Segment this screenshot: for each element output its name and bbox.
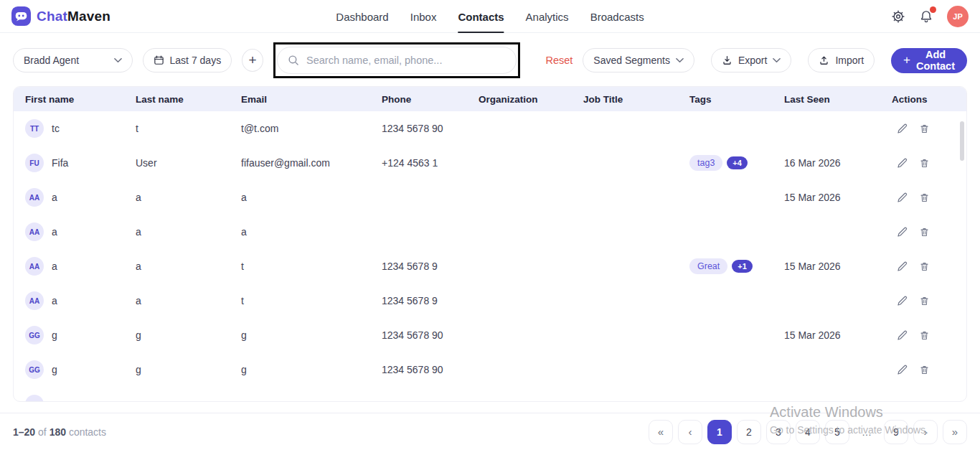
delete-trash-icon[interactable] — [919, 364, 930, 376]
agent-filter-value: Bradd Agent — [24, 55, 79, 66]
export-dropdown[interactable]: Export — [711, 48, 791, 72]
pagination-page-3[interactable]: 3 — [766, 420, 791, 444]
search-focus-frame — [273, 42, 520, 78]
column-header-phone: Phone — [382, 94, 479, 105]
user-avatar[interactable]: JP — [947, 6, 969, 27]
edit-pencil-icon[interactable] — [896, 329, 908, 342]
tag-more-badge[interactable]: +4 — [727, 156, 748, 169]
cell-last-name: User — [136, 157, 241, 169]
search-input[interactable] — [306, 55, 506, 66]
avatar — [25, 395, 44, 402]
cell-email: a — [241, 192, 382, 203]
table-row[interactable]: AAa a a — [14, 215, 966, 249]
column-header-last-name: Last name — [136, 94, 241, 105]
table-scrollbar[interactable] — [960, 121, 964, 161]
edit-pencil-icon[interactable] — [896, 157, 908, 169]
cell-email: fifauser@gmail.com — [241, 157, 382, 169]
table-row[interactable]: TTtc t t@t.com 1234 5678 90 — [14, 111, 966, 146]
topbar-right-controls: JP — [891, 6, 969, 27]
pagination-page-2[interactable]: 2 — [737, 420, 761, 444]
add-contact-label: Add Contact — [916, 49, 955, 72]
table-row[interactable]: GGg g g 1234 5678 90 15 Mar 2026 — [14, 318, 966, 352]
cell-first-name: g — [52, 329, 57, 341]
avatar: AA — [25, 257, 44, 276]
table-row[interactable]: AAa a t 1234 5678 9 Great +1 15 Mar 2026 — [14, 249, 966, 283]
tag-chip[interactable]: tag3 — [689, 155, 722, 171]
column-header-job-title: Job Title — [583, 94, 689, 105]
edit-pencil-icon[interactable] — [896, 226, 908, 238]
tag-chip[interactable]: Great — [689, 258, 727, 274]
delete-trash-icon[interactable] — [919, 123, 930, 135]
pagination-page-5[interactable]: 5 — [825, 420, 849, 444]
saved-segments-label: Saved Segments — [593, 55, 670, 66]
cell-phone: 1234 5678 90 — [382, 123, 479, 134]
pagination-first-button[interactable]: « — [649, 420, 673, 444]
cell-last-name: a — [136, 192, 241, 203]
tag-more-badge[interactable]: +1 — [732, 260, 753, 273]
nav-item-dashboard[interactable]: Dashboard — [336, 0, 388, 33]
nav-item-analytics[interactable]: Analytics — [526, 0, 569, 33]
nav-item-contacts[interactable]: Contacts — [458, 0, 504, 33]
table-row[interactable]: AAa a a 15 Mar 2026 — [14, 180, 966, 215]
pagination-page-9[interactable]: 9 — [884, 420, 908, 444]
pagination-page-1[interactable]: 1 — [707, 420, 732, 444]
upload-icon — [819, 55, 829, 66]
nav-item-inbox[interactable]: Inbox — [410, 0, 437, 33]
pagination: « ‹ 1 2 3 4 5 … 9 › » — [649, 420, 967, 444]
notification-bell-icon[interactable] — [919, 9, 933, 24]
edit-pencil-icon[interactable] — [896, 123, 908, 135]
cell-first-name: g — [52, 364, 57, 375]
cell-first-name: tc — [52, 123, 60, 134]
pagination-last-button[interactable]: » — [943, 420, 967, 444]
delete-trash-icon[interactable] — [919, 157, 930, 169]
edit-pencil-icon[interactable] — [896, 261, 908, 273]
results-range: 1–20 of 180 contacts — [13, 426, 106, 438]
cell-first-name: Fifa — [52, 157, 68, 169]
delete-trash-icon[interactable] — [919, 295, 930, 307]
column-header-organization: Organization — [479, 94, 583, 105]
cell-last-name: g — [136, 364, 241, 375]
pagination-page-4[interactable]: 4 — [796, 420, 820, 444]
cell-first-name: a — [52, 261, 57, 272]
date-range-value: Last 7 days — [170, 55, 222, 66]
date-range-filter[interactable]: Last 7 days — [143, 48, 232, 72]
reset-link[interactable]: Reset — [545, 55, 573, 66]
import-label: Import — [835, 55, 864, 66]
saved-segments-dropdown[interactable]: Saved Segments — [583, 48, 694, 72]
cell-phone: +124 4563 1 — [382, 157, 479, 169]
pagination-ellipsis: … — [854, 420, 879, 444]
cell-email: g — [241, 364, 382, 375]
pagination-prev-button[interactable]: ‹ — [678, 420, 702, 444]
delete-trash-icon[interactable] — [919, 329, 930, 342]
chat-bubble-logo-icon — [11, 6, 31, 26]
edit-pencil-icon[interactable] — [896, 192, 908, 204]
agent-filter-dropdown[interactable]: Bradd Agent — [13, 48, 133, 72]
table-row[interactable]: FUFifa User fifauser@gmail.com +124 4563… — [14, 146, 966, 180]
cell-last-seen: 15 Mar 2026 — [784, 261, 892, 272]
cell-phone: 1234 5678 9 — [382, 295, 479, 306]
cell-phone: 1234 5678 9 — [382, 261, 479, 272]
table-row-partial — [14, 387, 966, 402]
nav-item-broadcasts[interactable]: Broadcasts — [590, 0, 644, 33]
edit-pencil-icon[interactable] — [896, 295, 908, 307]
column-header-email: Email — [241, 94, 382, 105]
cell-last-seen: 15 Mar 2026 — [784, 329, 892, 341]
app-logo[interactable]: ChatMaven — [11, 6, 110, 26]
delete-trash-icon[interactable] — [919, 226, 930, 238]
pagination-next-button[interactable]: › — [913, 420, 938, 444]
search-icon — [288, 55, 299, 66]
settings-gear-icon[interactable] — [891, 9, 905, 24]
cell-tags: Great +1 — [689, 258, 784, 274]
delete-trash-icon[interactable] — [919, 261, 930, 273]
cell-phone: 1234 5678 90 — [382, 364, 479, 375]
add-filter-button[interactable]: + — [242, 49, 263, 72]
range-values: 1–20 — [13, 426, 35, 438]
avatar: AA — [25, 188, 44, 207]
delete-trash-icon[interactable] — [919, 192, 930, 204]
import-button[interactable]: Import — [808, 48, 875, 72]
table-row[interactable]: AAa a t 1234 5678 9 — [14, 283, 966, 318]
cell-last-name: g — [136, 329, 241, 341]
edit-pencil-icon[interactable] — [896, 364, 908, 376]
add-contact-button[interactable]: + Add Contact — [891, 48, 967, 73]
table-row[interactable]: GGg g g 1234 5678 90 — [14, 352, 966, 387]
